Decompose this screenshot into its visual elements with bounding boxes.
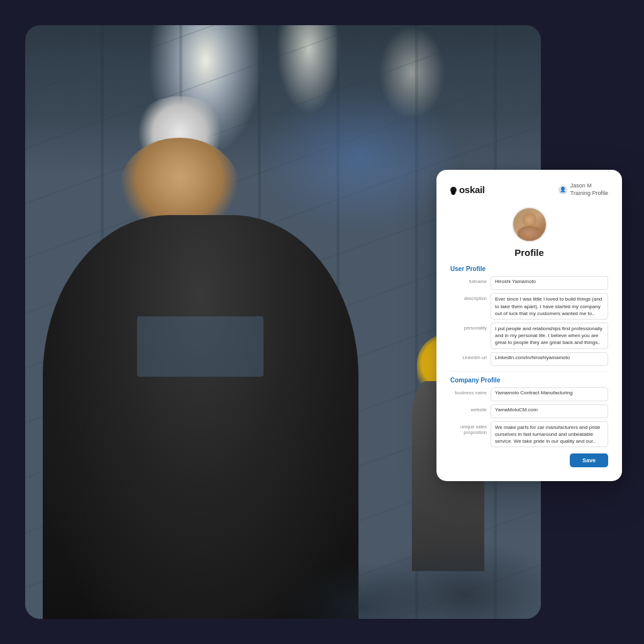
user-profile-section-title: User Profile	[450, 265, 608, 272]
avatar-section	[450, 207, 608, 242]
page-title: Profile	[450, 247, 608, 258]
usp-group: unique sales proposition We make parts f…	[450, 421, 608, 448]
personality-label: personality	[450, 323, 487, 331]
personality-group: personality I put people and relationshi…	[450, 323, 608, 349]
app-logo: ● oskail	[450, 184, 485, 195]
user-name-label: Jason M	[570, 182, 608, 190]
section-divider	[450, 371, 608, 372]
fullname-label: fullname	[450, 276, 487, 284]
business-name-group: business name Yamamoto Contract Manufact…	[450, 387, 608, 401]
card-header: ● oskail 👤 Jason M Training Profile	[450, 182, 608, 197]
linkedin-input[interactable]: LinkedIn.com/in/hiroshiyamamoto	[491, 352, 608, 366]
user-avatar-icon: 👤	[558, 186, 567, 194]
fullname-input[interactable]: Hiroshi Yamamoto	[491, 276, 608, 290]
floor-equipment	[283, 500, 541, 619]
description-input[interactable]: Ever since I was little I loved to build…	[491, 293, 608, 319]
company-profile-section-title: Company Profile	[450, 377, 608, 384]
website-label: website	[450, 404, 487, 413]
description-label: description	[450, 293, 487, 301]
description-group: description Ever since I was little I lo…	[450, 293, 608, 319]
personality-input[interactable]: I put people and relationships first pro…	[491, 323, 608, 349]
website-input[interactable]: YamaMotoCM.com	[491, 404, 608, 418]
profile-card: ● oskail 👤 Jason M Training Profile Prof…	[436, 170, 622, 481]
fullname-group: fullname Hiroshi Yamamoto	[450, 276, 608, 290]
usp-label: unique sales proposition	[450, 421, 487, 435]
app-name: oskail	[459, 184, 485, 195]
user-role-label: Training Profile	[570, 190, 608, 197]
avatar	[512, 207, 547, 242]
user-info: Jason M Training Profile	[570, 182, 608, 197]
usp-input[interactable]: We make parts for car manufacturers and …	[491, 421, 608, 448]
save-button[interactable]: Save	[570, 453, 608, 467]
user-nav[interactable]: 👤 Jason M Training Profile	[558, 182, 608, 197]
linkedin-group: LinkedIn url LinkedIn.com/in/hiroshiyama…	[450, 352, 608, 366]
linkedin-label: LinkedIn url	[450, 352, 487, 360]
business-name-input[interactable]: Yamamoto Contract Manufacturing	[491, 387, 608, 401]
logo-dot-icon: ●	[450, 187, 457, 193]
website-group: website YamaMotoCM.com	[450, 404, 608, 418]
business-name-label: business name	[450, 387, 487, 396]
